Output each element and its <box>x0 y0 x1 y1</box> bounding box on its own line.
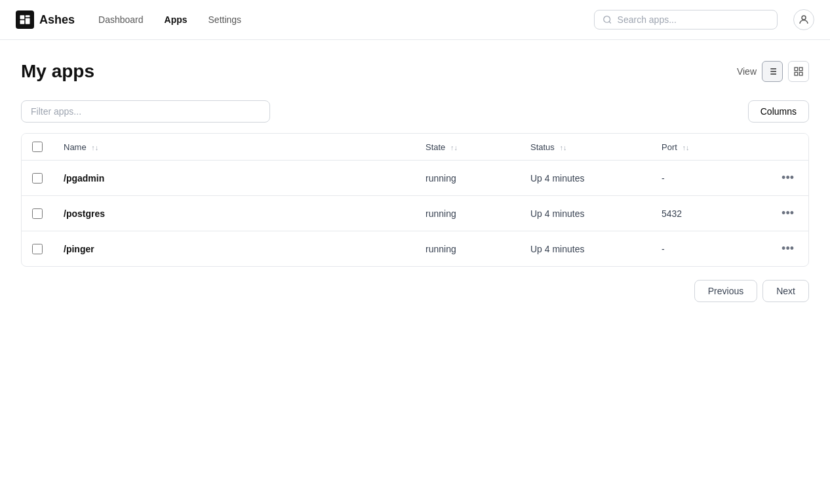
row-status-0: Up 4 minutes <box>520 161 651 196</box>
row-status-1: Up 4 minutes <box>520 196 651 231</box>
row-port-1: 5432 <box>651 196 756 231</box>
row-state-2: running <box>415 231 520 267</box>
table-row: /pgadmin running Up 4 minutes - ••• <box>22 161 808 196</box>
svg-line-5 <box>609 22 611 24</box>
state-sort-icon: ↑↓ <box>450 144 458 151</box>
svg-rect-0 <box>20 15 25 19</box>
col-header-port[interactable]: Port ↑↓ <box>651 134 756 161</box>
row-port-0: - <box>651 161 756 196</box>
svg-rect-1 <box>26 15 30 17</box>
view-label: View <box>737 66 757 77</box>
view-toggle: View <box>737 61 809 82</box>
columns-button[interactable]: Columns <box>748 100 809 123</box>
svg-rect-16 <box>799 72 802 75</box>
grid-view-button[interactable] <box>788 61 809 82</box>
nav-dashboard[interactable]: Dashboard <box>90 10 151 29</box>
svg-rect-14 <box>799 68 802 71</box>
brand-logo[interactable]: Ashes <box>16 10 75 29</box>
select-all-checkbox[interactable] <box>32 142 43 152</box>
row-actions-button-2[interactable]: ••• <box>778 241 798 257</box>
svg-point-6 <box>802 16 806 20</box>
svg-rect-15 <box>795 72 798 75</box>
pagination: Previous Next <box>21 280 809 302</box>
row-status-2: Up 4 minutes <box>520 231 651 267</box>
svg-rect-13 <box>795 68 798 71</box>
nav-apps[interactable]: Apps <box>157 10 195 29</box>
main-nav: Dashboard Apps Settings <box>90 10 249 29</box>
row-checkbox-2[interactable] <box>32 244 43 254</box>
row-state-0: running <box>415 161 520 196</box>
page-title: My apps <box>21 61 94 82</box>
brand-name: Ashes <box>39 13 75 27</box>
col-header-status[interactable]: Status ↑↓ <box>520 134 651 161</box>
svg-rect-3 <box>26 18 30 24</box>
name-sort-icon: ↑↓ <box>91 144 98 151</box>
user-avatar[interactable] <box>793 9 814 30</box>
row-actions-button-1[interactable]: ••• <box>778 205 798 222</box>
next-button[interactable]: Next <box>762 280 809 302</box>
status-sort-icon: ↑↓ <box>559 144 566 151</box>
apps-table: Name ↑↓ State ↑↓ Status ↑↓ Port ↑↓ <box>21 133 809 267</box>
row-checkbox-1[interactable] <box>32 208 43 219</box>
row-name-2: /pinger <box>53 231 415 267</box>
brand-icon <box>16 10 34 29</box>
row-actions-button-0[interactable]: ••• <box>778 170 798 186</box>
row-state-1: running <box>415 196 520 231</box>
row-checkbox-0[interactable] <box>32 173 43 184</box>
row-name-0: /pgadmin <box>53 161 415 196</box>
previous-button[interactable]: Previous <box>694 280 757 302</box>
port-sort-icon: ↑↓ <box>682 144 689 151</box>
svg-point-4 <box>604 16 610 23</box>
svg-rect-2 <box>20 20 25 24</box>
list-view-button[interactable] <box>762 61 783 82</box>
row-name-1: /postgres <box>53 196 415 231</box>
col-header-name[interactable]: Name ↑↓ <box>53 134 415 161</box>
nav-settings[interactable]: Settings <box>201 10 250 29</box>
search-bar[interactable] <box>594 10 778 29</box>
table-row: /pinger running Up 4 minutes - ••• <box>22 231 808 267</box>
search-input[interactable] <box>618 14 769 25</box>
search-icon <box>603 14 612 25</box>
col-header-state[interactable]: State ↑↓ <box>415 134 520 161</box>
table-row: /postgres running Up 4 minutes 5432 ••• <box>22 196 808 231</box>
row-port-2: - <box>651 231 756 267</box>
toolbar: Columns <box>21 100 809 123</box>
filter-input[interactable] <box>21 100 270 123</box>
